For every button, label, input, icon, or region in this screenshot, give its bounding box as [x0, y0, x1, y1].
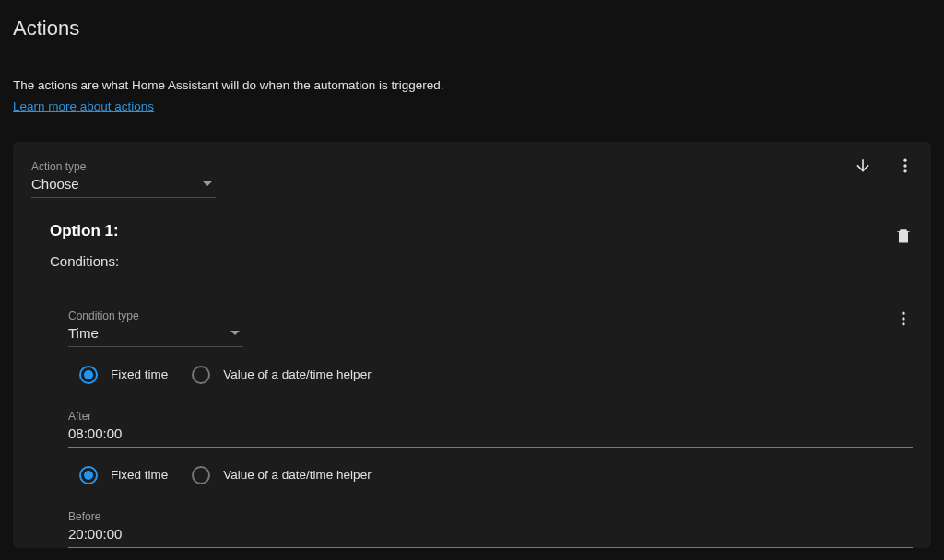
after-time-field[interactable]: After 08:00:00 [68, 410, 913, 448]
description-text: The actions are what Home Assistant will… [13, 78, 444, 92]
action-type-value: Choose [31, 176, 79, 192]
option-section: Option 1: Conditions: Condition type Tim… [31, 222, 913, 548]
before-mode-radio-group: Fixed time Value of a date/time helper [79, 466, 913, 484]
condition-block: Condition type Time Fixed time Value of … [50, 309, 913, 548]
before-helper-radio[interactable]: Value of a date/time helper [192, 466, 371, 484]
after-helper-radio[interactable]: Value of a date/time helper [192, 366, 371, 384]
radio-unselected-icon [192, 466, 210, 484]
radio-label: Fixed time [111, 368, 168, 381]
radio-selected-icon [79, 366, 98, 384]
caret-down-icon [203, 181, 212, 186]
radio-label: Value of a date/time helper [223, 368, 371, 381]
action-type-label: Action type [31, 160, 216, 173]
condition-type-select[interactable]: Condition type Time [68, 309, 243, 347]
caret-down-icon [230, 331, 240, 335]
condition-overflow-icon[interactable] [894, 309, 913, 328]
after-fixed-time-radio[interactable]: Fixed time [79, 366, 168, 384]
conditions-label: Conditions: [50, 253, 913, 269]
page-title: Actions [0, 0, 944, 50]
action-type-select[interactable]: Action type Choose [31, 160, 216, 198]
radio-unselected-icon [192, 366, 210, 384]
before-value: 20:00:00 [68, 526, 913, 548]
overflow-menu-icon[interactable] [896, 157, 914, 175]
radio-label: Fixed time [111, 468, 168, 482]
move-down-icon[interactable] [854, 157, 872, 175]
before-time-field[interactable]: Before 20:00:00 [68, 510, 913, 548]
delete-option-icon[interactable] [894, 226, 913, 246]
condition-type-label: Condition type [68, 309, 243, 322]
svg-point-4 [902, 317, 904, 320]
option-title: Option 1: [50, 222, 913, 240]
radio-selected-icon [79, 466, 98, 484]
learn-more-link[interactable]: Learn more about actions [13, 99, 154, 116]
condition-type-value: Time [68, 325, 99, 341]
radio-label: Value of a date/time helper [223, 468, 371, 482]
svg-point-3 [902, 311, 904, 314]
svg-point-2 [903, 169, 906, 172]
action-card: Action type Choose Option 1: Conditions:… [13, 142, 931, 548]
before-label: Before [68, 510, 913, 523]
before-fixed-time-radio[interactable]: Fixed time [79, 466, 168, 484]
after-label: After [68, 410, 913, 423]
after-value: 08:00:00 [68, 426, 913, 448]
svg-point-5 [902, 322, 904, 325]
svg-point-1 [903, 164, 906, 167]
after-mode-radio-group: Fixed time Value of a date/time helper [79, 366, 913, 384]
svg-point-0 [903, 158, 906, 161]
